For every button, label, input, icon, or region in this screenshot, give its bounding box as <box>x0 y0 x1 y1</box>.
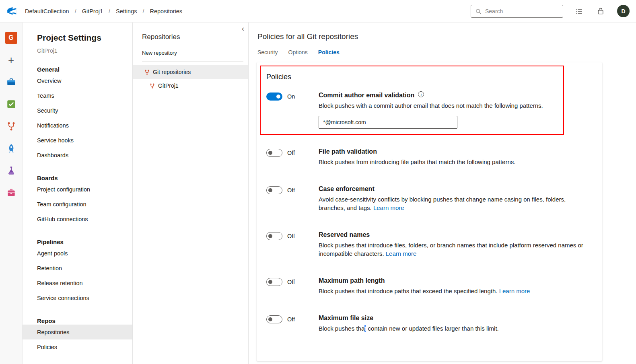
tab-policies[interactable]: Policies <box>318 49 340 56</box>
learn-more-link[interactable]: Learn more <box>499 288 530 294</box>
add-project-button[interactable]: + <box>0 49 22 71</box>
policy-description: Block pushes that introduce paths that e… <box>319 287 593 295</box>
maximum-file-size-toggle[interactable] <box>266 315 282 323</box>
sidebar-item-project-configuration[interactable]: Project configuration <box>23 182 132 197</box>
search-box[interactable] <box>471 5 563 18</box>
policies-heading: Policies <box>266 73 593 81</box>
project-avatar[interactable]: G <box>0 27 22 49</box>
repositories-panel: ‹ Repositories New repository Git reposi… <box>133 23 249 364</box>
policies-card: Policies On Commit author email validati… <box>257 62 602 361</box>
user-avatar[interactable]: D <box>617 5 630 17</box>
search-input[interactable] <box>485 8 559 14</box>
reserved-names-toggle[interactable] <box>266 232 282 240</box>
policy-commit-author-email-validation: On Commit author email validation i Bloc… <box>266 92 593 129</box>
policy-description: Block pushes from introducing file paths… <box>319 158 593 166</box>
repo-toolbar: New repository <box>142 49 243 62</box>
toggle-group: On <box>266 92 319 101</box>
case-enforcement-toggle[interactable] <box>266 186 282 194</box>
sidebar-item-retention[interactable]: Retention <box>23 261 132 276</box>
git-repo-icon <box>144 69 150 75</box>
sidebar-item-teams[interactable]: Teams <box>23 88 132 103</box>
toggle-state-label: On <box>287 93 295 100</box>
breadcrumb-settings[interactable]: Settings <box>116 8 137 14</box>
sidebar-item-overview[interactable]: Overview <box>23 73 132 88</box>
sidebar-item-github-connections[interactable]: GitHub connections <box>23 212 132 226</box>
breadcrumb-separator: / <box>142 8 144 14</box>
plus-icon: + <box>8 55 14 65</box>
email-pattern-input[interactable] <box>319 116 457 129</box>
task-list-icon[interactable] <box>574 6 584 16</box>
section-header-general: General <box>23 54 132 73</box>
commit-author-email-validation-toggle[interactable] <box>266 93 282 101</box>
pipelines-icon[interactable] <box>0 137 22 159</box>
policy-case-enforcement: Off Case enforcement Avoid case-sensitiv… <box>266 185 593 212</box>
page-title: Policies for all Git repositories <box>257 32 622 41</box>
info-icon[interactable]: i <box>418 91 424 97</box>
repositories-panel-title: Repositories <box>133 23 248 41</box>
breadcrumb-separator: / <box>109 8 110 14</box>
toggle-group: Off <box>266 315 319 323</box>
sidebar-item-service-connections[interactable]: Service connections <box>23 290 132 305</box>
toggle-state-label: Off <box>287 233 295 239</box>
policy-maximum-file-size: Off Maximum file size Block pushes that … <box>266 315 593 333</box>
toggle-group: Off <box>266 185 319 194</box>
marketplace-bag-icon[interactable] <box>595 6 606 16</box>
policy-description: Avoid case-sensitivity conflicts by bloc… <box>319 195 593 212</box>
toggle-state-label: Off <box>287 316 295 323</box>
policy-title: File path validation <box>319 148 377 155</box>
tab-security[interactable]: Security <box>257 49 278 56</box>
tree-item-gitproj1[interactable]: GitProj1 <box>133 79 248 93</box>
project-settings-sidebar: Project Settings GitProj1 General Overvi… <box>23 23 133 364</box>
artifacts-icon[interactable] <box>0 181 22 204</box>
work-items-icon[interactable] <box>0 71 22 93</box>
policy-title: Maximum path length <box>319 277 385 284</box>
sidebar-item-policies[interactable]: Policies <box>23 339 132 354</box>
breadcrumb-collection[interactable]: DefaultCollection <box>25 8 69 14</box>
section-header-pipelines: Pipelines <box>23 226 132 246</box>
policy-maximum-path-length: Off Maximum path length Block pushes tha… <box>266 277 593 295</box>
sidebar-item-service-hooks[interactable]: Service hooks <box>23 133 132 148</box>
tab-options[interactable]: Options <box>288 49 308 56</box>
search-icon <box>475 8 482 14</box>
breadcrumb-project[interactable]: GitProj1 <box>82 8 103 14</box>
learn-more-link[interactable]: Learn more <box>386 250 417 257</box>
tree-item-label: GitProj1 <box>158 82 179 89</box>
sidebar-item-repositories[interactable]: Repositories <box>23 325 132 339</box>
policy-title: Commit author email validation <box>319 92 414 99</box>
policy-file-path-validation: Off File path validation Block pushes fr… <box>266 148 593 166</box>
git-repo-icon <box>149 83 155 89</box>
policy-description: Block pushes that introduce files, folde… <box>319 241 593 258</box>
settings-project-name: GitProj1 <box>23 43 132 54</box>
section-header-boards: Boards <box>23 162 132 182</box>
policy-description: Block pushes that contain new or updated… <box>319 324 593 333</box>
new-repository-button[interactable]: New repository <box>142 50 177 56</box>
policy-description: Block pushes with a commit author email … <box>319 101 593 110</box>
azure-devops-logo-icon[interactable] <box>6 4 19 18</box>
section-header-repos: Repos <box>23 305 132 325</box>
sidebar-item-team-configuration[interactable]: Team configuration <box>23 197 132 212</box>
toggle-state-label: Off <box>287 187 295 193</box>
file-path-validation-toggle[interactable] <box>266 149 282 157</box>
tab-bar: Security Options Policies <box>257 49 622 56</box>
toggle-group: Off <box>266 148 319 157</box>
boards-icon[interactable] <box>0 93 22 115</box>
policy-reserved-names: Off Reserved names Block pushes that int… <box>266 231 593 258</box>
sidebar-item-release-retention[interactable]: Release retention <box>23 276 132 290</box>
project-initial-badge: G <box>5 32 17 44</box>
breadcrumb-repositories[interactable]: Repositories <box>150 8 183 14</box>
toggle-group: Off <box>266 231 319 240</box>
sidebar-item-dashboards[interactable]: Dashboards <box>23 148 132 162</box>
tree-item-git-repositories[interactable]: Git repositories <box>133 65 248 79</box>
repos-icon[interactable] <box>0 115 22 137</box>
policy-title: Case enforcement <box>319 185 375 193</box>
top-bar: DefaultCollection / GitProj1 / Settings … <box>0 0 636 23</box>
maximum-path-length-toggle[interactable] <box>266 278 282 286</box>
collapse-panel-icon[interactable]: ‹ <box>242 25 244 32</box>
policy-title: Reserved names <box>319 231 370 239</box>
sidebar-item-security[interactable]: Security <box>23 103 132 118</box>
test-plans-icon[interactable] <box>0 159 22 181</box>
learn-more-link[interactable]: Learn more <box>373 204 404 211</box>
sidebar-item-notifications[interactable]: Notifications <box>23 118 132 133</box>
toggle-state-label: Off <box>287 150 295 156</box>
sidebar-item-agent-pools[interactable]: Agent pools <box>23 246 132 261</box>
